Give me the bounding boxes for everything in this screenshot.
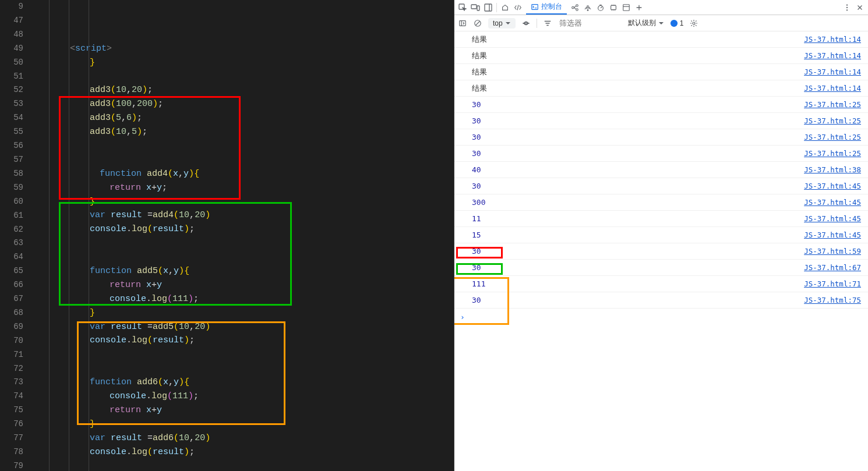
code-line[interactable] [35, 250, 454, 264]
code-area[interactable]: <script>}add3(10,20);add3(100,200);add3(… [35, 0, 454, 471]
code-line[interactable] [35, 459, 454, 471]
tab-console[interactable]: 控制台 [526, 0, 567, 15]
code-line[interactable]: } [35, 56, 454, 70]
code-line[interactable]: return x+y [35, 403, 454, 417]
console-source-link[interactable]: JS-37.html:45 [804, 214, 861, 223]
console-source-link[interactable]: JS-37.html:25 [804, 149, 861, 158]
code-line[interactable]: var result =add6(10,20) [35, 431, 454, 445]
filter-icon[interactable] [543, 19, 552, 28]
execution-context-selector[interactable]: top [488, 18, 516, 29]
console-row[interactable]: 30JS-37.html:25 [454, 146, 868, 162]
line-number: 71 [0, 348, 23, 362]
toggle-sidebar-icon[interactable] [458, 19, 467, 28]
code-line[interactable]: console.log(result); [35, 334, 454, 348]
line-number: 56 [0, 139, 23, 153]
console-source-link[interactable]: JS-37.html:75 [804, 296, 861, 304]
console-source-link[interactable]: JS-37.html:25 [804, 133, 861, 141]
console-message: 结果 [472, 67, 804, 77]
console-source-link[interactable]: JS-37.html:67 [804, 263, 861, 272]
console-prompt[interactable]: › [454, 309, 868, 325]
code-line[interactable] [35, 348, 454, 362]
code-line[interactable]: function add6(x,y){ [35, 376, 454, 389]
console-row[interactable]: 300JS-37.html:45 [454, 194, 868, 211]
line-number: 52 [0, 83, 23, 97]
log-level-selector[interactable]: 默认级别 [628, 18, 664, 28]
plus-icon[interactable] [634, 3, 644, 12]
console-body[interactable]: 结果JS-37.html:14结果JS-37.html:14结果JS-37.ht… [454, 31, 868, 471]
live-expression-icon[interactable] [521, 19, 531, 28]
console-row[interactable]: 11JS-37.html:45 [454, 211, 868, 227]
console-row[interactable]: 30JS-37.html:59 [454, 243, 868, 260]
console-row[interactable]: 30JS-37.html:45 [454, 178, 868, 194]
console-source-link[interactable]: JS-37.html:59 [804, 247, 861, 256]
console-source-link[interactable]: JS-37.html:71 [804, 279, 861, 288]
more-icon[interactable] [842, 3, 852, 12]
clear-console-icon[interactable] [473, 19, 482, 28]
console-source-link[interactable]: JS-37.html:14 [804, 51, 861, 60]
code-line[interactable]: return x+y [35, 278, 454, 292]
code-line[interactable]: } [35, 306, 454, 320]
code-line[interactable]: function add5(x,y){ [35, 264, 454, 278]
code-line[interactable]: var result =add5(10,20) [35, 320, 454, 334]
code-line[interactable] [35, 236, 454, 250]
panel-icon[interactable] [484, 3, 493, 12]
code-line[interactable]: console.log(result); [35, 445, 454, 459]
console-row[interactable]: 结果JS-37.html:14 [454, 64, 868, 80]
code-line[interactable]: add3(5,6); [35, 111, 454, 125]
code-line[interactable]: console.log(111); [35, 292, 454, 306]
issues-button[interactable]: 1 [670, 19, 684, 27]
console-row[interactable]: 30JS-37.html:25 [454, 113, 868, 129]
code-editor[interactable]: 9474849505152535455565758596061626364656… [0, 0, 454, 471]
sources-tab-icon[interactable] [570, 3, 580, 12]
close-devtools-icon[interactable] [855, 3, 865, 12]
console-row[interactable]: 结果JS-37.html:14 [454, 48, 868, 64]
code-line[interactable] [35, 139, 454, 153]
console-message: 结果 [472, 83, 804, 94]
console-row[interactable]: 30JS-37.html:25 [454, 97, 868, 113]
code-line[interactable]: } [35, 417, 454, 431]
code-line[interactable]: add3(10,5); [35, 125, 454, 139]
console-row[interactable]: 40JS-37.html:38 [454, 162, 868, 178]
console-row[interactable]: 30JS-37.html:25 [454, 129, 868, 146]
console-source-link[interactable]: JS-37.html:25 [804, 116, 861, 125]
code-line[interactable]: add3(100,200); [35, 97, 454, 111]
console-source-link[interactable]: JS-37.html:14 [804, 35, 861, 44]
code-line[interactable] [35, 70, 454, 84]
application-tab-icon[interactable] [622, 3, 631, 12]
memory-tab-icon[interactable] [609, 3, 618, 12]
device-toolbar-icon[interactable] [471, 3, 480, 12]
svg-point-21 [524, 22, 527, 24]
console-source-link[interactable]: JS-37.html:38 [804, 165, 861, 174]
line-number: 50 [0, 56, 23, 70]
performance-tab-icon[interactable] [596, 3, 605, 12]
console-row[interactable]: 111JS-37.html:71 [454, 276, 868, 292]
console-source-link[interactable]: JS-37.html:14 [804, 68, 861, 76]
code-line[interactable] [35, 362, 454, 376]
console-source-link[interactable]: JS-37.html:45 [804, 198, 861, 207]
console-row[interactable]: 30JS-37.html:67 [454, 260, 868, 276]
code-line[interactable] [35, 153, 454, 167]
code-line[interactable]: console.log(111); [35, 389, 454, 403]
code-line[interactable]: function add4(x,y){ [35, 167, 454, 181]
code-line[interactable]: } [35, 195, 454, 209]
elements-tab-icon[interactable] [513, 3, 523, 12]
welcome-tab-icon[interactable] [500, 3, 510, 12]
code-line[interactable]: var result =add4(10,20) [35, 208, 454, 222]
inspect-icon[interactable] [458, 3, 467, 12]
code-line[interactable]: add3(10,20); [35, 83, 454, 97]
code-line[interactable]: console.log(result); [35, 222, 454, 236]
console-filter-input[interactable] [558, 17, 616, 29]
console-message: 30 [472, 247, 804, 256]
console-source-link[interactable]: JS-37.html:45 [804, 182, 861, 190]
console-row[interactable]: 结果JS-37.html:14 [454, 31, 868, 48]
code-line[interactable]: <script> [35, 42, 454, 56]
console-source-link[interactable]: JS-37.html:45 [804, 231, 861, 239]
console-row[interactable]: 结果JS-37.html:14 [454, 80, 868, 97]
console-settings-icon[interactable] [689, 19, 698, 28]
code-line[interactable]: return x+y; [35, 181, 454, 195]
console-row[interactable]: 30JS-37.html:75 [454, 292, 868, 309]
console-source-link[interactable]: JS-37.html:25 [804, 100, 861, 109]
console-source-link[interactable]: JS-37.html:14 [804, 84, 861, 93]
console-row[interactable]: 15JS-37.html:45 [454, 227, 868, 243]
network-tab-icon[interactable] [583, 3, 592, 12]
